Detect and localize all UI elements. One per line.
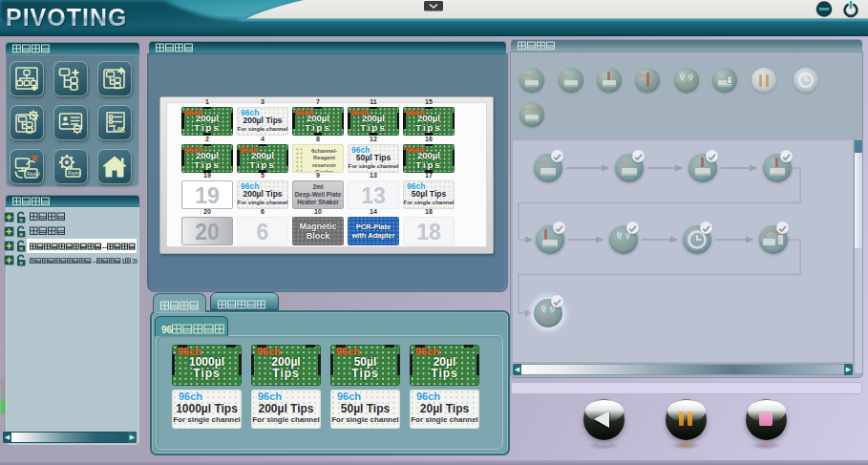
svg-text:Raykol: Raykol xyxy=(68,171,81,176)
svg-text:Gripper: Gripper xyxy=(540,316,557,322)
svg-text:Raykol: Raykol xyxy=(27,172,40,177)
svg-text:Gripper: Gripper xyxy=(679,83,695,88)
svg-text:Log: Log xyxy=(113,124,125,133)
svg-text:Gripper: Gripper xyxy=(615,243,632,248)
